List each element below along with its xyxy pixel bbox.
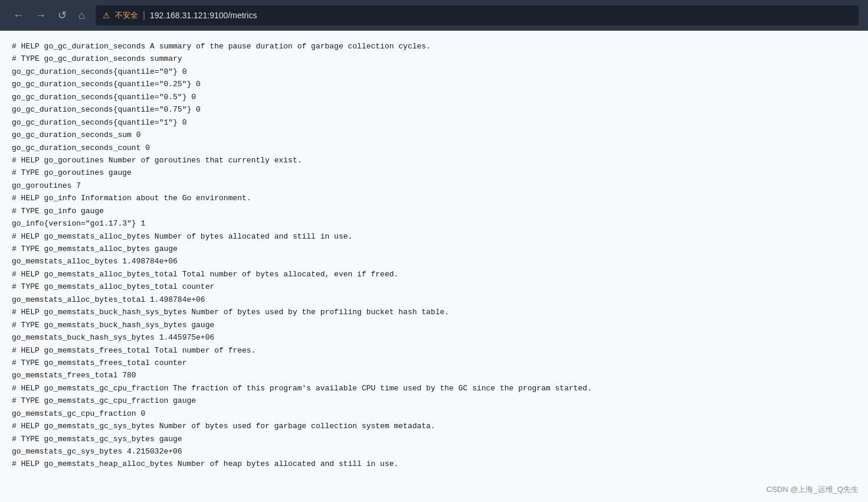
forward-button[interactable]: → [32,7,50,24]
nav-buttons: ← → ↺ ⌂ [9,6,89,24]
insecure-label: 不安全 [115,10,138,21]
watermark: CSDN @上海_运维_Q先生 [767,484,859,495]
reload-button[interactable]: ↺ [54,6,70,24]
back-button[interactable]: ← [9,7,27,24]
browser-chrome: ← → ↺ ⌂ ⚠ 不安全 | 192.168.31.121:9100/metr… [0,0,868,31]
address-bar[interactable]: ⚠ 不安全 | 192.168.31.121:9100/metrics [96,5,859,25]
warning-icon: ⚠ [103,11,110,20]
separator: | [143,10,145,21]
home-button[interactable]: ⌂ [75,7,89,24]
metrics-text: # HELP go_gc_duration_seconds A summary … [12,40,856,471]
metrics-content: # HELP go_gc_duration_seconds A summary … [0,31,868,502]
url-text: 192.168.31.121:9100/metrics [150,11,257,20]
